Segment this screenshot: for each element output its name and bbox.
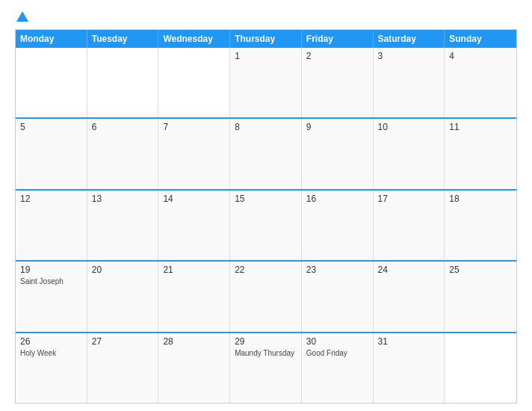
day-number: 2: [306, 51, 368, 61]
day-number: 24: [378, 265, 440, 275]
logo: [15, 11, 28, 22]
weekday-header-monday: Monday: [16, 30, 87, 48]
calendar-cell: 24: [374, 262, 445, 331]
day-number: 28: [163, 336, 225, 347]
day-number: 6: [92, 122, 154, 132]
day-number: 31: [378, 336, 440, 347]
day-number: 5: [20, 122, 82, 132]
calendar-cell: 12: [16, 191, 87, 260]
day-number: 30: [306, 336, 368, 347]
weekday-header-saturday: Saturday: [374, 30, 445, 48]
calendar-cell: 15: [230, 191, 302, 260]
calendar-cell: 22: [230, 262, 302, 331]
day-number: 17: [378, 194, 440, 204]
calendar-cell: 5: [16, 119, 87, 188]
day-number: 8: [235, 122, 297, 132]
calendar-cell: 17: [374, 191, 445, 260]
calendar-cell: 30Good Friday: [302, 333, 374, 403]
day-number: 29: [235, 336, 297, 347]
day-number: 1: [235, 51, 297, 61]
calendar-week-4: 19Saint Joseph202122232425: [16, 262, 516, 333]
weekday-header-friday: Friday: [302, 30, 374, 48]
calendar-header: MondayTuesdayWednesdayThursdayFridaySatu…: [16, 30, 516, 48]
calendar-week-1: 1234: [16, 48, 516, 119]
calendar-cell: 14: [158, 191, 230, 260]
day-number: 4: [449, 51, 512, 61]
day-number: 3: [378, 51, 440, 61]
calendar-week-3: 12131415161718: [16, 191, 516, 262]
day-number: 19: [20, 265, 82, 275]
logo-triangle-icon: [16, 11, 28, 22]
day-number: 11: [449, 122, 512, 132]
day-number: 15: [235, 194, 297, 204]
calendar-cell: [87, 48, 159, 117]
calendar-cell: [445, 333, 516, 403]
day-number: 14: [163, 194, 225, 204]
day-number: 12: [20, 194, 82, 204]
day-number: 18: [449, 194, 512, 204]
calendar-cell: 29Maundy Thursday: [230, 333, 302, 403]
calendar-cell: 4: [445, 48, 516, 117]
header: [15, 11, 517, 22]
calendar-cell: [158, 48, 230, 117]
calendar-cell: 3: [374, 48, 445, 117]
calendar-page: MondayTuesdayWednesdayThursdayFridaySatu…: [0, 0, 532, 411]
calendar-cell: 16: [302, 191, 374, 260]
day-event: Holy Week: [20, 348, 82, 358]
day-number: 10: [378, 122, 440, 132]
day-number: 26: [20, 336, 82, 347]
calendar-week-2: 567891011: [16, 119, 516, 190]
weekday-header-wednesday: Wednesday: [158, 30, 230, 48]
calendar-cell: 28: [158, 333, 230, 403]
calendar-cell: 25: [445, 262, 516, 331]
day-event: Maundy Thursday: [235, 348, 297, 358]
calendar-cell: 10: [374, 119, 445, 188]
calendar-cell: 7: [158, 119, 230, 188]
calendar-week-5: 26Holy Week272829Maundy Thursday30Good F…: [16, 333, 516, 403]
day-number: 21: [163, 265, 225, 275]
calendar-cell: 6: [87, 119, 159, 188]
calendar-cell: 18: [445, 191, 516, 260]
day-number: 7: [163, 122, 225, 132]
day-event: Good Friday: [306, 348, 368, 358]
day-event: Saint Joseph: [20, 276, 82, 286]
calendar-cell: 20: [87, 262, 159, 331]
weekday-header-tuesday: Tuesday: [87, 30, 159, 48]
calendar-grid: MondayTuesdayWednesdayThursdayFridaySatu…: [15, 29, 517, 404]
weekday-header-sunday: Sunday: [445, 30, 516, 48]
calendar-cell: 13: [87, 191, 159, 260]
calendar-cell: 27: [87, 333, 159, 403]
day-number: 25: [449, 265, 512, 275]
day-number: 13: [92, 194, 154, 204]
calendar-cell: 2: [302, 48, 374, 117]
calendar-cell: 8: [230, 119, 302, 188]
calendar-cell: 1: [230, 48, 302, 117]
day-number: 23: [306, 265, 368, 275]
day-number: 9: [306, 122, 368, 132]
day-number: 16: [306, 194, 368, 204]
calendar-cell: 23: [302, 262, 374, 331]
calendar-cell: 21: [158, 262, 230, 331]
day-number: 27: [92, 336, 154, 347]
calendar-body: 12345678910111213141516171819Saint Josep…: [16, 48, 516, 403]
calendar-cell: 31: [374, 333, 445, 403]
calendar-cell: 19Saint Joseph: [16, 262, 87, 331]
calendar-cell: 11: [445, 119, 516, 188]
calendar-cell: 26Holy Week: [16, 333, 87, 403]
calendar-cell: [16, 48, 87, 117]
day-number: 20: [92, 265, 154, 275]
day-number: 22: [235, 265, 297, 275]
weekday-header-thursday: Thursday: [230, 30, 302, 48]
calendar-cell: 9: [302, 119, 374, 188]
